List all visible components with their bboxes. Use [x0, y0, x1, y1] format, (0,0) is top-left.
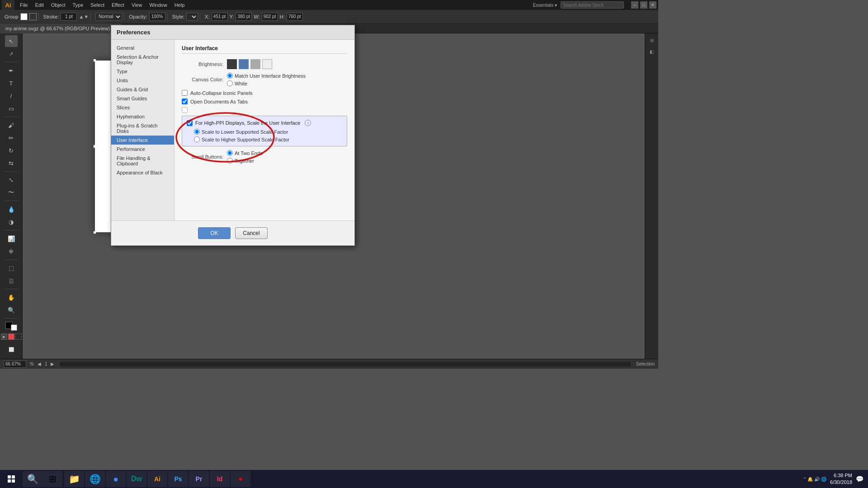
dialog-title: Preferences	[111, 25, 354, 40]
canvas-match-radio-row: Match User Interface Brightness	[227, 73, 306, 79]
auto-collapse-checkbox[interactable]	[182, 90, 188, 96]
hpi-section: For High-PPI Displays, Scale the User In…	[182, 116, 347, 146]
open-docs-row: Open Documents As Tabs	[182, 99, 347, 104]
section-title: User Interface	[182, 45, 347, 54]
sidebar-appearance[interactable]: Appearance of Black	[111, 168, 174, 177]
canvas-color-row: Canvas Color: Match User Interface Brigh…	[182, 73, 347, 86]
sidebar-type[interactable]: Type	[111, 67, 174, 76]
large-tabs-row	[182, 107, 347, 113]
ok-button[interactable]: OK	[198, 227, 231, 239]
auto-collapse-row: Auto-Collapse Iconic Panels	[182, 90, 347, 96]
hpi-label: For High-PPI Displays, Scale the User In…	[195, 120, 300, 126]
large-tabs-checkbox[interactable]	[182, 107, 188, 113]
canvas-match-radio[interactable]	[227, 73, 233, 79]
open-docs-label: Open Documents As Tabs	[190, 99, 248, 104]
sidebar-general[interactable]: General	[111, 43, 174, 52]
scroll-two-ends-radio[interactable]	[227, 150, 233, 156]
scroll-options: At Two Ends Together	[227, 150, 263, 164]
sidebar-hyphenation[interactable]: Hyphenation	[111, 112, 174, 121]
sidebar-guides[interactable]: Guides & Grid	[111, 85, 174, 94]
dialog-body: General Selection & Anchor Display Type …	[111, 40, 354, 221]
sidebar-plugins[interactable]: Plug-ins & Scratch Disks	[111, 121, 174, 136]
canvas-white-radio-row: White	[227, 80, 306, 86]
scroll-together-label: Together	[235, 158, 254, 164]
brightness-swatches	[227, 59, 272, 69]
open-docs-checkbox[interactable]	[182, 99, 188, 104]
hpi-container: For High-PPI Displays, Scale the User In…	[182, 116, 347, 146]
sidebar-slices[interactable]: Slices	[111, 103, 174, 112]
preferences-sidebar: General Selection & Anchor Display Type …	[111, 40, 175, 221]
brightness-row: Brightness:	[182, 59, 347, 69]
sidebar-units[interactable]: Units	[111, 76, 174, 85]
sidebar-selection[interactable]: Selection & Anchor Display	[111, 52, 174, 67]
auto-collapse-label: Auto-Collapse Iconic Panels	[190, 90, 253, 96]
scroll-together-radio[interactable]	[227, 158, 233, 164]
dialog-main-content: User Interface Brightness: Canvas Color:	[175, 40, 354, 221]
hpi-info-icon[interactable]: i	[305, 120, 311, 126]
scale-higher-row: Scale to Higher Supported Scale Factor	[194, 136, 342, 142]
scroll-two-ends-row: At Two Ends	[227, 150, 263, 156]
brightness-swatch-light[interactable]	[262, 59, 272, 69]
brightness-swatch-medium-dark[interactable]	[239, 59, 249, 69]
brightness-swatch-medium-light[interactable]	[250, 59, 260, 69]
sidebar-user-interface[interactable]: User Interface	[111, 136, 174, 145]
sidebar-file-handling[interactable]: File Handling & Clipboard	[111, 154, 174, 168]
sidebar-smart-guides[interactable]: Smart Guides	[111, 94, 174, 103]
preferences-dialog: Preferences General Selection & Anchor D…	[111, 25, 355, 246]
canvas-white-radio[interactable]	[227, 80, 233, 86]
brightness-label: Brightness:	[182, 61, 227, 67]
sidebar-performance[interactable]: Performance	[111, 145, 174, 154]
canvas-color-options: Match User Interface Brightness White	[227, 73, 306, 86]
scroll-two-ends-label: At Two Ends	[235, 150, 263, 156]
canvas-white-label: White	[235, 81, 247, 86]
canvas-color-label: Canvas Color:	[182, 77, 227, 82]
dialog-footer: OK Cancel	[111, 221, 354, 245]
scale-higher-label: Scale to Higher Supported Scale Factor	[202, 137, 289, 142]
scroll-buttons-label: Scroll Buttons:	[182, 154, 227, 160]
brightness-swatch-dark[interactable]	[227, 59, 237, 69]
dialog-overlay: Preferences General Selection & Anchor D…	[0, 0, 658, 369]
canvas-match-label: Match User Interface Brightness	[235, 73, 306, 79]
scroll-buttons-row: Scroll Buttons: At Two Ends Together	[182, 150, 347, 164]
scale-higher-radio[interactable]	[194, 136, 200, 142]
scale-lower-radio[interactable]	[194, 129, 200, 135]
hpi-checkbox[interactable]	[187, 120, 193, 126]
cancel-button[interactable]: Cancel	[235, 227, 268, 239]
scale-lower-row: Scale to Lower Supported Scale Factor	[194, 129, 342, 135]
scale-lower-label: Scale to Lower Supported Scale Factor	[202, 129, 288, 135]
scroll-together-row: Together	[227, 158, 263, 164]
hpi-checkbox-row: For High-PPI Displays, Scale the User In…	[187, 120, 342, 126]
